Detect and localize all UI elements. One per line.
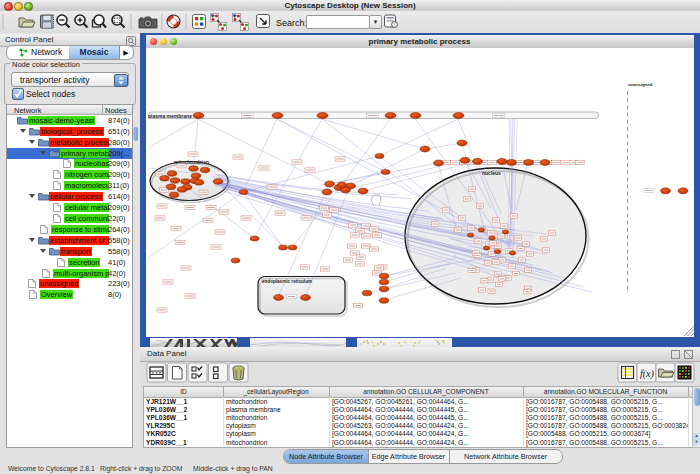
svg-text:nucleus: nucleus (482, 170, 501, 176)
svg-text:unassigned: unassigned (628, 82, 653, 87)
svg-text:endoplasmic reticulum: endoplasmic reticulum (262, 279, 312, 284)
svg-text:Search:: Search: (276, 18, 307, 28)
svg-text:plasma membrane: plasma membrane (148, 113, 192, 119)
svg-text:f(x): f(x) (640, 368, 655, 380)
